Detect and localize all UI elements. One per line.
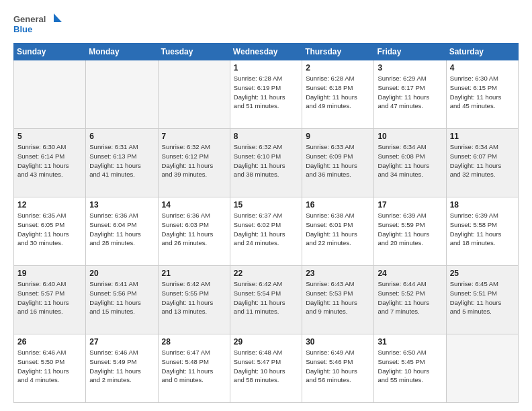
day-cell: 20Sunrise: 6:41 AMSunset: 5:56 PMDayligh…: [86, 266, 158, 334]
day-info: Sunrise: 6:31 AMSunset: 6:13 PMDaylight:…: [89, 142, 154, 179]
day-cell: 27Sunrise: 6:46 AMSunset: 5:49 PMDayligh…: [86, 334, 158, 403]
day-number: 14: [162, 200, 226, 210]
day-cell: [446, 334, 518, 403]
day-number: 12: [17, 200, 82, 210]
day-number: 6: [89, 132, 154, 141]
day-cell: 2Sunrise: 6:28 AMSunset: 6:18 PMDaylight…: [302, 60, 374, 129]
day-cell: 1Sunrise: 6:28 AMSunset: 6:19 PMDaylight…: [230, 60, 302, 129]
day-number: 1: [234, 63, 298, 73]
day-info: Sunrise: 6:43 AMSunset: 5:53 PMDaylight:…: [306, 279, 370, 316]
day-cell: 3Sunrise: 6:29 AMSunset: 6:17 PMDaylight…: [374, 60, 446, 129]
day-number: 4: [450, 63, 515, 73]
col-header-friday: Friday: [374, 44, 446, 60]
day-cell: 24Sunrise: 6:44 AMSunset: 5:52 PMDayligh…: [374, 266, 446, 334]
week-row-4: 26Sunrise: 6:46 AMSunset: 5:50 PMDayligh…: [14, 334, 519, 403]
day-info: Sunrise: 6:46 AMSunset: 5:49 PMDaylight:…: [89, 348, 154, 385]
day-info: Sunrise: 6:28 AMSunset: 6:18 PMDaylight:…: [306, 74, 370, 111]
day-info: Sunrise: 6:33 AMSunset: 6:09 PMDaylight:…: [306, 142, 370, 179]
day-cell: 29Sunrise: 6:48 AMSunset: 5:47 PMDayligh…: [230, 334, 302, 403]
col-header-thursday: Thursday: [302, 44, 374, 60]
day-info: Sunrise: 6:39 AMSunset: 5:59 PMDaylight:…: [378, 211, 442, 248]
day-cell: 11Sunrise: 6:34 AMSunset: 6:07 PMDayligh…: [446, 129, 518, 197]
col-header-monday: Monday: [86, 44, 158, 60]
day-cell: [14, 60, 86, 129]
day-number: 27: [89, 337, 154, 347]
day-info: Sunrise: 6:28 AMSunset: 6:19 PMDaylight:…: [234, 74, 298, 111]
logo: GeneralBlue: [13, 12, 62, 36]
day-number: 19: [17, 269, 82, 278]
day-cell: 28Sunrise: 6:47 AMSunset: 5:48 PMDayligh…: [158, 334, 230, 403]
day-info: Sunrise: 6:49 AMSunset: 5:46 PMDaylight:…: [306, 348, 370, 385]
day-number: 15: [234, 200, 298, 210]
day-number: 8: [234, 132, 298, 141]
day-number: 5: [17, 132, 82, 141]
day-number: 13: [89, 200, 154, 210]
day-cell: 6Sunrise: 6:31 AMSunset: 6:13 PMDaylight…: [86, 129, 158, 197]
day-info: Sunrise: 6:34 AMSunset: 6:08 PMDaylight:…: [378, 142, 442, 179]
day-number: 29: [234, 337, 298, 347]
day-cell: 26Sunrise: 6:46 AMSunset: 5:50 PMDayligh…: [14, 334, 86, 403]
day-info: Sunrise: 6:50 AMSunset: 5:45 PMDaylight:…: [378, 348, 442, 385]
day-number: 28: [162, 337, 226, 347]
day-info: Sunrise: 6:38 AMSunset: 6:01 PMDaylight:…: [306, 211, 370, 248]
day-number: 10: [378, 132, 442, 141]
calendar-table: SundayMondayTuesdayWednesdayThursdayFrid…: [13, 43, 519, 403]
day-cell: 19Sunrise: 6:40 AMSunset: 5:57 PMDayligh…: [14, 266, 86, 334]
day-info: Sunrise: 6:42 AMSunset: 5:54 PMDaylight:…: [234, 279, 298, 316]
day-info: Sunrise: 6:30 AMSunset: 6:15 PMDaylight:…: [450, 74, 515, 111]
day-cell: 10Sunrise: 6:34 AMSunset: 6:08 PMDayligh…: [374, 129, 446, 197]
col-header-sunday: Sunday: [14, 44, 86, 60]
page: GeneralBlue SundayMondayTuesdayWednesday…: [0, 0, 532, 411]
day-info: Sunrise: 6:34 AMSunset: 6:07 PMDaylight:…: [450, 142, 515, 179]
logo-svg: GeneralBlue: [13, 12, 62, 36]
day-cell: 23Sunrise: 6:43 AMSunset: 5:53 PMDayligh…: [302, 266, 374, 334]
day-info: Sunrise: 6:41 AMSunset: 5:56 PMDaylight:…: [89, 279, 154, 316]
col-header-saturday: Saturday: [446, 44, 518, 60]
col-header-tuesday: Tuesday: [158, 44, 230, 60]
day-number: 26: [17, 337, 82, 347]
day-cell: 25Sunrise: 6:45 AMSunset: 5:51 PMDayligh…: [446, 266, 518, 334]
day-info: Sunrise: 6:36 AMSunset: 6:04 PMDaylight:…: [89, 211, 154, 248]
day-number: 9: [306, 132, 370, 141]
week-row-0: 1Sunrise: 6:28 AMSunset: 6:19 PMDaylight…: [14, 60, 519, 129]
day-info: Sunrise: 6:32 AMSunset: 6:10 PMDaylight:…: [234, 142, 298, 179]
day-number: 7: [162, 132, 226, 141]
day-info: Sunrise: 6:30 AMSunset: 6:14 PMDaylight:…: [17, 142, 82, 179]
week-row-3: 19Sunrise: 6:40 AMSunset: 5:57 PMDayligh…: [14, 266, 519, 334]
day-number: 2: [306, 63, 370, 73]
week-row-1: 5Sunrise: 6:30 AMSunset: 6:14 PMDaylight…: [14, 129, 519, 197]
day-cell: 4Sunrise: 6:30 AMSunset: 6:15 PMDaylight…: [446, 60, 518, 129]
day-info: Sunrise: 6:32 AMSunset: 6:12 PMDaylight:…: [162, 142, 226, 179]
day-cell: [86, 60, 158, 129]
day-cell: 18Sunrise: 6:39 AMSunset: 5:58 PMDayligh…: [446, 197, 518, 266]
day-info: Sunrise: 6:48 AMSunset: 5:47 PMDaylight:…: [234, 348, 298, 385]
day-info: Sunrise: 6:35 AMSunset: 6:05 PMDaylight:…: [17, 211, 82, 248]
day-cell: 8Sunrise: 6:32 AMSunset: 6:10 PMDaylight…: [230, 129, 302, 197]
day-number: 24: [378, 269, 442, 278]
day-info: Sunrise: 6:39 AMSunset: 5:58 PMDaylight:…: [450, 211, 515, 248]
day-cell: 22Sunrise: 6:42 AMSunset: 5:54 PMDayligh…: [230, 266, 302, 334]
day-cell: 17Sunrise: 6:39 AMSunset: 5:59 PMDayligh…: [374, 197, 446, 266]
day-info: Sunrise: 6:46 AMSunset: 5:50 PMDaylight:…: [17, 348, 82, 385]
day-info: Sunrise: 6:40 AMSunset: 5:57 PMDaylight:…: [17, 279, 82, 316]
week-row-2: 12Sunrise: 6:35 AMSunset: 6:05 PMDayligh…: [14, 197, 519, 266]
day-number: 20: [89, 269, 154, 278]
day-number: 22: [234, 269, 298, 278]
day-info: Sunrise: 6:29 AMSunset: 6:17 PMDaylight:…: [378, 74, 442, 111]
day-number: 3: [378, 63, 442, 73]
day-cell: 31Sunrise: 6:50 AMSunset: 5:45 PMDayligh…: [374, 334, 446, 403]
day-number: 23: [306, 269, 370, 278]
day-info: Sunrise: 6:44 AMSunset: 5:52 PMDaylight:…: [378, 279, 442, 316]
day-info: Sunrise: 6:42 AMSunset: 5:55 PMDaylight:…: [162, 279, 226, 316]
day-cell: [158, 60, 230, 129]
day-number: 18: [450, 200, 515, 210]
day-info: Sunrise: 6:45 AMSunset: 5:51 PMDaylight:…: [450, 279, 515, 316]
day-cell: 9Sunrise: 6:33 AMSunset: 6:09 PMDaylight…: [302, 129, 374, 197]
day-number: 25: [450, 269, 515, 278]
day-cell: 16Sunrise: 6:38 AMSunset: 6:01 PMDayligh…: [302, 197, 374, 266]
day-cell: 12Sunrise: 6:35 AMSunset: 6:05 PMDayligh…: [14, 197, 86, 266]
day-number: 11: [450, 132, 515, 141]
day-cell: 13Sunrise: 6:36 AMSunset: 6:04 PMDayligh…: [86, 197, 158, 266]
day-number: 31: [378, 337, 442, 347]
day-cell: 14Sunrise: 6:36 AMSunset: 6:03 PMDayligh…: [158, 197, 230, 266]
